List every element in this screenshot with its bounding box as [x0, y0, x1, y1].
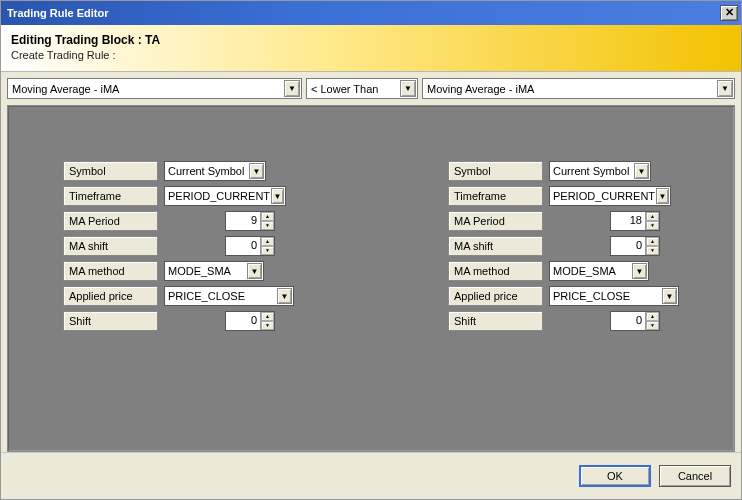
left-symbol-value: Current Symbol [168, 165, 244, 177]
left-ma-method-select[interactable]: MODE_SMA ▼ [164, 261, 264, 281]
left-params-panel: Symbol Current Symbol ▼ Timeframe PERIOD… [63, 161, 353, 336]
label-symbol: Symbol [63, 161, 158, 181]
right-ma-shift-spinner[interactable]: 0 ▲▼ [610, 236, 660, 256]
right-ma-period-spinner[interactable]: 18 ▲▼ [610, 211, 660, 231]
left-indicator-select[interactable]: Moving Average - iMA ▼ [7, 78, 302, 99]
left-ma-period-value: 9 [226, 212, 260, 230]
label-shift: Shift [448, 311, 543, 331]
window-title: Trading Rule Editor [7, 7, 108, 19]
spin-up-icon[interactable]: ▲ [646, 312, 659, 321]
cancel-button[interactable]: Cancel [659, 465, 731, 487]
right-ma-shift-value: 0 [611, 237, 645, 255]
right-params-panel: Symbol Current Symbol ▼ Timeframe PERIOD… [448, 161, 738, 336]
chevron-down-icon[interactable]: ▼ [247, 263, 262, 279]
left-ma-method-value: MODE_SMA [168, 265, 231, 277]
label-ma-shift: MA shift [63, 236, 158, 256]
spin-down-icon[interactable]: ▼ [646, 246, 659, 255]
chevron-down-icon[interactable]: ▼ [717, 80, 733, 97]
spin-up-icon[interactable]: ▲ [646, 237, 659, 246]
left-ma-shift-value: 0 [226, 237, 260, 255]
spin-up-icon[interactable]: ▲ [261, 237, 274, 246]
header-title: Editing Trading Block : TA [11, 33, 731, 47]
right-symbol-select[interactable]: Current Symbol ▼ [549, 161, 651, 181]
right-ma-period-value: 18 [611, 212, 645, 230]
left-applied-price-select[interactable]: PRICE_CLOSE ▼ [164, 286, 294, 306]
right-ma-method-value: MODE_SMA [553, 265, 616, 277]
chevron-down-icon[interactable]: ▼ [632, 263, 647, 279]
spin-down-icon[interactable]: ▼ [646, 221, 659, 230]
right-timeframe-value: PERIOD_CURRENT [553, 190, 655, 202]
header: Editing Trading Block : TA Create Tradin… [1, 25, 741, 72]
spin-down-icon[interactable]: ▼ [261, 221, 274, 230]
left-timeframe-select[interactable]: PERIOD_CURRENT ▼ [164, 186, 286, 206]
close-button[interactable]: ✕ [720, 5, 738, 21]
right-timeframe-select[interactable]: PERIOD_CURRENT ▼ [549, 186, 671, 206]
header-subtitle: Create Trading Rule : [11, 49, 731, 61]
chevron-down-icon[interactable]: ▼ [400, 80, 416, 97]
spin-up-icon[interactable]: ▲ [261, 312, 274, 321]
chevron-down-icon[interactable]: ▼ [277, 288, 292, 304]
left-timeframe-value: PERIOD_CURRENT [168, 190, 270, 202]
right-ma-method-select[interactable]: MODE_SMA ▼ [549, 261, 649, 281]
left-shift-value: 0 [226, 312, 260, 330]
parameters-area: Symbol Current Symbol ▼ Timeframe PERIOD… [7, 105, 735, 452]
ok-button[interactable]: OK [579, 465, 651, 487]
chevron-down-icon[interactable]: ▼ [271, 188, 284, 204]
top-selectors: Moving Average - iMA ▼ < Lower Than ▼ Mo… [1, 72, 741, 105]
label-ma-period: MA Period [63, 211, 158, 231]
label-timeframe: Timeframe [63, 186, 158, 206]
left-applied-price-value: PRICE_CLOSE [168, 290, 245, 302]
spin-down-icon[interactable]: ▼ [261, 246, 274, 255]
right-applied-price-select[interactable]: PRICE_CLOSE ▼ [549, 286, 679, 306]
label-applied-price: Applied price [63, 286, 158, 306]
footer: OK Cancel [1, 452, 741, 499]
left-ma-period-spinner[interactable]: 9 ▲▼ [225, 211, 275, 231]
right-shift-spinner[interactable]: 0 ▲▼ [610, 311, 660, 331]
right-applied-price-value: PRICE_CLOSE [553, 290, 630, 302]
chevron-down-icon[interactable]: ▼ [656, 188, 669, 204]
comparator-select[interactable]: < Lower Than ▼ [306, 78, 418, 99]
label-ma-method: MA method [63, 261, 158, 281]
label-ma-shift: MA shift [448, 236, 543, 256]
label-ma-period: MA Period [448, 211, 543, 231]
label-applied-price: Applied price [448, 286, 543, 306]
chevron-down-icon[interactable]: ▼ [662, 288, 677, 304]
label-ma-method: MA method [448, 261, 543, 281]
left-shift-spinner[interactable]: 0 ▲▼ [225, 311, 275, 331]
label-timeframe: Timeframe [448, 186, 543, 206]
chevron-down-icon[interactable]: ▼ [249, 163, 264, 179]
label-symbol: Symbol [448, 161, 543, 181]
spin-up-icon[interactable]: ▲ [646, 212, 659, 221]
comparator-value: < Lower Than [311, 83, 378, 95]
spin-down-icon[interactable]: ▼ [261, 321, 274, 330]
right-indicator-select[interactable]: Moving Average - iMA ▼ [422, 78, 735, 99]
right-indicator-value: Moving Average - iMA [427, 83, 534, 95]
left-indicator-value: Moving Average - iMA [12, 83, 119, 95]
right-shift-value: 0 [611, 312, 645, 330]
left-symbol-select[interactable]: Current Symbol ▼ [164, 161, 266, 181]
chevron-down-icon[interactable]: ▼ [284, 80, 300, 97]
spin-down-icon[interactable]: ▼ [646, 321, 659, 330]
chevron-down-icon[interactable]: ▼ [634, 163, 649, 179]
spin-up-icon[interactable]: ▲ [261, 212, 274, 221]
label-shift: Shift [63, 311, 158, 331]
right-symbol-value: Current Symbol [553, 165, 629, 177]
left-ma-shift-spinner[interactable]: 0 ▲▼ [225, 236, 275, 256]
titlebar: Trading Rule Editor ✕ [1, 1, 741, 25]
